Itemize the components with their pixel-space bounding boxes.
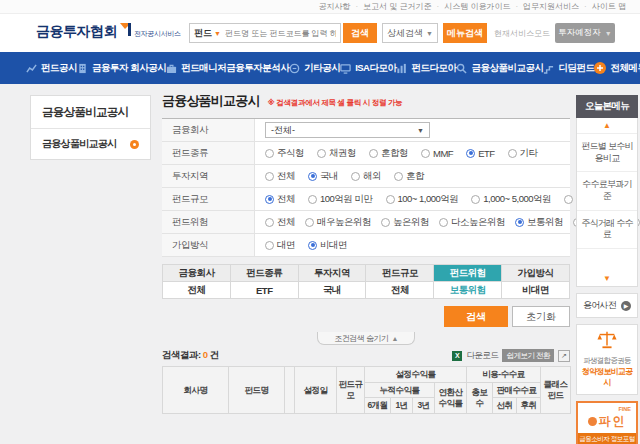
radio-checked-icon [515,218,524,227]
chevron-down-icon: ▼ [214,30,221,37]
radio-icon [564,195,573,204]
bar-chart-icon [396,63,407,74]
company-select[interactable]: -전체- ▼ [265,122,430,138]
search-category-select[interactable]: 펀드 [194,27,212,40]
download-button[interactable]: 다운로드 [466,350,498,362]
menu-search-button[interactable]: 메뉴검색 [443,23,487,43]
main-nav: 펀드공시 금융투자 회사공시 펀드매니저금융투자분석사 기타공시 ISA다모아 … [0,52,640,84]
summary-header-highlighted[interactable]: 펀드위험 [434,265,502,282]
quick-menu-header: 오늘본메뉴 [576,95,638,118]
scroll-down-icon[interactable]: ▼ [577,271,637,286]
utility-link-sitemap[interactable]: 사이트 맵 [584,1,626,12]
summary-header[interactable]: 펀드종류 [230,265,298,282]
form-row-join-method: 가입방식 대면 비대면 [162,234,570,257]
service-mode-select[interactable]: 투자예정자▼ [555,23,615,43]
quick-menu-item[interactable]: 주식거래 수수료 [577,211,637,249]
scroll-up-icon[interactable]: ▲ [577,118,637,133]
nav-item-other-disclosure[interactable]: 기타공시 [289,62,340,75]
radio-option[interactable]: MMF [421,148,453,159]
col-header-sales-fee[interactable]: 판매수수료 [493,382,541,398]
logo-text: 금융투자협회 [36,23,117,41]
radio-checked-icon [308,172,317,181]
search-box: 펀드 ▼ [189,23,341,43]
search-input[interactable] [225,29,336,38]
summary-value: 전체 [163,282,231,299]
col-header-back-load[interactable]: 후취 [517,398,541,414]
col-header-class-fund[interactable]: 클래스펀드 [541,367,571,414]
summary-header[interactable]: 투자지역 [298,265,366,282]
search-button[interactable]: 검색 [343,23,377,43]
col-header-6month[interactable]: 6개월 [365,398,391,414]
sidebar-item-product-comparison[interactable]: 금융상품비교공시 [31,129,150,159]
results-table: 회사명 펀드명 설정일 펀드규모 설정수익률 비용-수수료 클래스펀드 누적수익… [162,366,571,414]
quick-menu-item[interactable]: 수수료부과기준 [577,172,637,210]
col-header-setup-date[interactable]: 설정일 [295,367,337,414]
derivatives-comparison-banner[interactable]: 파생결합증권등 청약정보비교공시 [576,324,638,395]
fine-portal-banner[interactable]: FINE 파인 금융소비자 정보포털 [576,401,638,444]
hide-conditions-tab[interactable]: 조건검색 숨기기 ▲ [317,332,415,345]
advanced-search-button[interactable]: 상세검색▼ [382,23,438,43]
summary-value-highlighted: 보통위험 [434,282,502,299]
col-header-3year[interactable]: 3년 [413,398,435,414]
external-link-icon[interactable]: ↗ [558,350,570,362]
dictionary-link[interactable]: 용어사전 ▶ [576,293,638,318]
nav-item-fund-manager[interactable]: 펀드매니저금융투자분석사 [166,62,289,75]
radio-checked-icon [308,241,317,250]
radio-option[interactable]: 높은위험 [381,216,429,229]
logo[interactable]: 금융투자협회 전자공시서비스 [36,23,181,41]
col-header-annualized[interactable]: 연환산수익률 [435,382,467,413]
radio-option[interactable]: 혼합형 [369,147,408,160]
radio-option[interactable]: 주식형 [265,147,304,160]
arrow-right-icon: ▶ [621,301,631,311]
radio-option[interactable]: 매우높은위험 [305,216,371,229]
col-header-company[interactable]: 회사명 [163,367,229,414]
radio-option[interactable]: 대면 [265,239,295,252]
radio-option-selected[interactable]: 비대면 [308,239,347,252]
utility-link-reports[interactable]: 보고서 및 근거기준 [355,1,431,12]
nav-item-fund-damoa[interactable]: 펀드다모아 [396,62,456,75]
search-submit-button[interactable]: 검색 [444,306,508,327]
nav-item-fund-disclosure[interactable]: 펀드공시 [26,62,77,75]
form-label: 펀드종류 [162,142,255,164]
col-header-return-group[interactable]: 설정수익률 [365,367,467,383]
radio-option-selected[interactable]: 보통위험 [515,216,563,229]
reset-button[interactable]: 초기화 [512,306,570,327]
col-header-1year[interactable]: 1년 [391,398,413,414]
summary-value: 국내 [298,282,366,299]
col-header-front-load[interactable]: 선취 [493,398,517,414]
radio-option[interactable]: 100억원 미만 [308,193,373,206]
radio-option[interactable]: 혼합 [394,170,424,183]
quick-menu-item[interactable]: 펀드별 보수비용비교 [577,133,637,172]
utility-link-guide[interactable]: 시스템 이용가이드 [437,1,511,12]
summary-header[interactable]: 가입방식 [502,265,570,282]
radio-option[interactable]: 100~ 1,000억원 [386,193,459,206]
col-header-fund-size[interactable]: 펀드규모 [337,367,365,414]
utility-link-support[interactable]: 업무지원서비스 [515,1,579,12]
radio-option-selected[interactable]: ETF [466,148,494,159]
radio-option[interactable]: 다소높은위험 [439,216,505,229]
radio-option-selected[interactable]: 전체 [265,193,295,206]
radio-option[interactable]: 1,000~ 5,000억원 [471,193,551,206]
summary-header[interactable]: 펀드규모 [366,265,434,282]
radio-option[interactable]: 채권형 [317,147,356,160]
active-dot-icon [130,140,139,149]
nav-item-company-disclosure[interactable]: 금융투자 회사공시 [77,62,166,75]
col-header-total-fee[interactable]: 총보수 [467,382,493,413]
easy-view-toggle-button[interactable]: 쉽게보기 전환 [502,349,554,362]
nav-item-product-comparison[interactable]: 금융상품비교공시 [456,62,543,75]
radio-option[interactable]: 기타 [508,147,538,160]
summary-header[interactable]: 금융회사 [163,265,231,282]
radio-option-selected[interactable]: 국내 [308,170,338,183]
radio-option[interactable]: 전체 [265,170,295,183]
utility-link-notice[interactable]: 공지사항 [318,1,350,12]
radio-option[interactable]: 전체 [265,216,295,229]
radio-icon [386,195,395,204]
nav-item-all-menu[interactable]: 전체메뉴 [594,62,640,75]
col-header-fund-name[interactable]: 펀드명 [229,367,285,414]
radio-option[interactable]: 해외 [351,170,381,183]
col-header-cumulative[interactable]: 누적수익률 [365,382,435,398]
nav-item-didim-fund[interactable]: 디딤펀드 [543,62,594,75]
summary-value: ETF [230,282,298,299]
col-header-cost-group[interactable]: 비용-수수료 [467,367,541,383]
nav-item-isa-damoa[interactable]: ISA다모아 [340,62,396,75]
